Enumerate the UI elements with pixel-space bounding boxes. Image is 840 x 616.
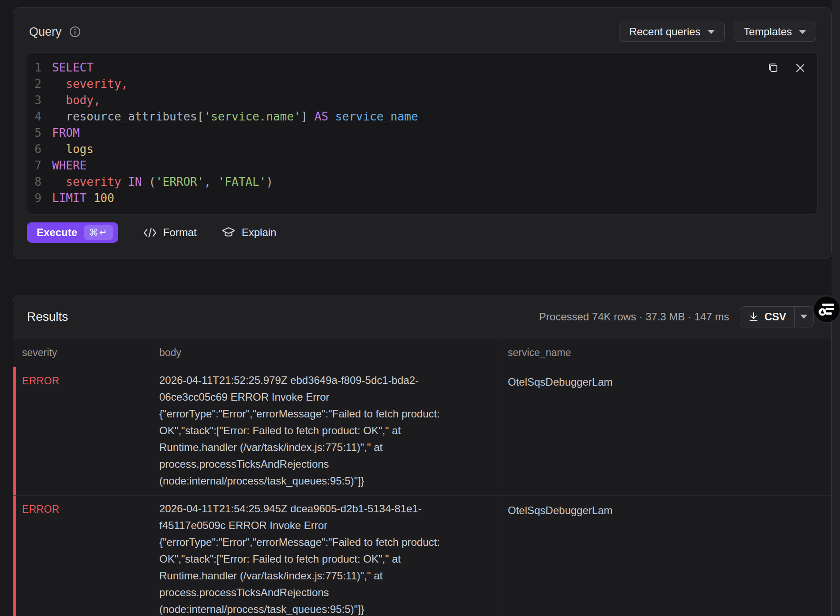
results-header: Results Processed 74K rows · 37.3 MB · 1…: [13, 295, 831, 338]
line-number: 1: [32, 60, 41, 76]
code-lines: 1SELECT2 severity,3 body,4 resource_attr…: [32, 60, 817, 207]
recent-queries-label: Recent queries: [629, 26, 700, 38]
code-line[interactable]: 4 resource_attributes['service.name'] AS…: [32, 109, 817, 125]
body-cell: 2026-04-11T21:52:25.979Z ebd3649a-f809-5…: [144, 367, 498, 495]
code-line[interactable]: 1SELECT: [32, 60, 817, 76]
results-table-body: ERROR2026-04-11T21:52:25.979Z ebd3649a-f…: [13, 367, 831, 616]
chevron-down-icon: [799, 30, 806, 34]
error-severity-stripe: [13, 367, 16, 495]
code-line[interactable]: 5FROM: [32, 125, 817, 141]
column-header-service-name[interactable]: service_name: [498, 338, 632, 367]
code-text: severity IN ('ERROR', 'FATAL'): [52, 174, 273, 190]
format-button[interactable]: Format: [143, 226, 197, 239]
code-text: severity,: [52, 76, 128, 92]
recent-queries-button[interactable]: Recent queries: [619, 22, 724, 42]
service-name-cell: OtelSqsDebuggerLam: [498, 367, 632, 495]
empty-cell: [632, 496, 831, 616]
severity-cell: ERROR: [13, 367, 144, 495]
query-title: Query: [29, 25, 62, 39]
service-name-cell: OtelSqsDebuggerLam: [498, 496, 632, 616]
column-header-severity[interactable]: severity: [13, 338, 144, 367]
code-line[interactable]: 6 logs: [32, 141, 817, 158]
execute-label: Execute: [37, 226, 77, 239]
csv-label: CSV: [765, 311, 786, 323]
code-text: logs: [52, 141, 94, 158]
keyboard-shortcut-badge: ⌘↵: [84, 225, 113, 240]
csv-dropdown-button[interactable]: [795, 307, 813, 327]
log-list-icon: [818, 302, 835, 316]
error-severity-stripe: [13, 496, 16, 616]
empty-cell: [632, 367, 831, 495]
chevron-down-icon: [800, 315, 807, 319]
graduation-cap-icon: [221, 226, 236, 239]
line-number: 3: [32, 92, 41, 109]
templates-button[interactable]: Templates: [734, 22, 816, 42]
code-text: WHERE: [52, 158, 86, 174]
explain-button[interactable]: Explain: [221, 226, 277, 239]
severity-cell: ERROR: [13, 496, 144, 616]
results-title: Results: [27, 310, 68, 324]
code-brackets-icon: [143, 227, 157, 238]
info-icon[interactable]: [69, 26, 81, 38]
line-number: 6: [32, 141, 41, 158]
sql-editor[interactable]: 1SELECT2 severity,3 body,4 resource_attr…: [27, 53, 818, 214]
close-icon[interactable]: [795, 63, 806, 73]
table-header-row: severity body service_name: [13, 338, 831, 367]
query-footer: Execute ⌘↵ Format Explain: [13, 214, 831, 251]
table-row[interactable]: ERROR2026-04-11T21:54:25.945Z dcea9605-d…: [13, 495, 831, 616]
column-header-body[interactable]: body: [144, 338, 498, 367]
code-line[interactable]: 2 severity,: [32, 76, 817, 92]
explain-label: Explain: [242, 226, 277, 239]
line-number: 2: [32, 76, 41, 92]
column-header-empty: [632, 338, 831, 367]
chevron-down-icon: [708, 30, 715, 34]
copy-icon[interactable]: [767, 62, 779, 74]
body-cell: 2026-04-11T21:54:25.945Z dcea9605-d2b1-5…: [144, 496, 498, 616]
table-row[interactable]: ERROR2026-04-11T21:52:25.979Z ebd3649a-f…: [13, 367, 831, 495]
query-stats: Processed 74K rows · 37.3 MB · 147 ms: [539, 311, 729, 323]
line-number: 8: [32, 174, 41, 190]
line-number: 5: [32, 125, 41, 141]
code-line[interactable]: 9LIMIT 100: [32, 190, 817, 207]
execute-button[interactable]: Execute ⌘↵: [27, 222, 118, 243]
download-icon: [748, 312, 759, 322]
format-label: Format: [163, 226, 197, 239]
assistant-fab-button[interactable]: [813, 295, 840, 323]
code-text: SELECT: [52, 60, 94, 76]
editor-icons: [767, 62, 806, 74]
line-number: 9: [32, 190, 41, 207]
code-line[interactable]: 3 body,: [32, 92, 817, 109]
csv-download-button-group: CSV: [740, 306, 814, 327]
code-text: LIMIT 100: [52, 190, 114, 207]
query-panel-header: Query Recent queries Templates: [13, 8, 831, 53]
code-text: FROM: [52, 125, 80, 141]
results-panel: Results Processed 74K rows · 37.3 MB · 1…: [13, 295, 832, 616]
templates-label: Templates: [744, 26, 792, 38]
code-text: body,: [52, 92, 101, 109]
code-line[interactable]: 8 severity IN ('ERROR', 'FATAL'): [32, 174, 817, 190]
line-number: 4: [32, 109, 41, 125]
csv-download-button[interactable]: CSV: [740, 307, 794, 327]
results-table: severity body service_name ERROR2026-04-…: [13, 338, 831, 616]
query-panel: Query Recent queries Templates 1SELECT2 …: [13, 7, 832, 259]
line-number: 7: [32, 158, 41, 174]
code-text: resource_attributes['service.name'] AS s…: [52, 109, 418, 125]
query-header-actions: Recent queries Templates: [619, 22, 816, 42]
code-line[interactable]: 7WHERE: [32, 158, 817, 174]
